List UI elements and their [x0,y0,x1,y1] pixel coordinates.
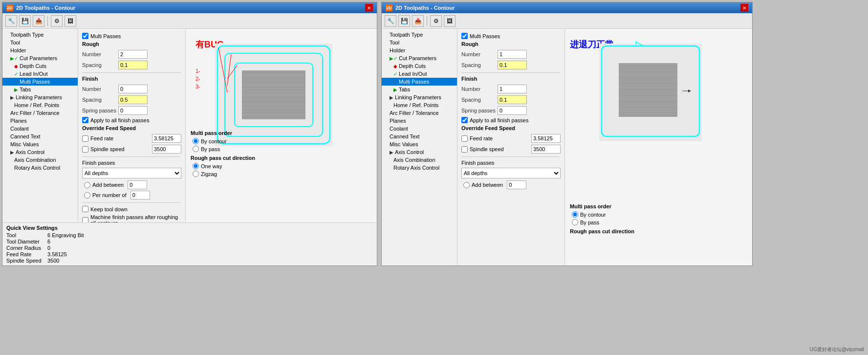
by-contour-radio-r[interactable] [572,211,578,218]
export-btn[interactable]: 📤 [33,15,44,27]
per-number-radio[interactable] [84,192,90,199]
finish-passes-label: Finish passes [82,160,115,166]
save-btn-r[interactable]: 💾 [398,15,410,27]
add-between-input[interactable] [128,180,147,189]
spring-passes-label: Spring passes [82,108,116,113]
finish-number-input-r[interactable] [498,85,527,93]
view-btn-r[interactable]: 🖼 [444,15,456,27]
by-pass-radio-r[interactable] [572,219,578,225]
spring-passes-input-r[interactable] [498,106,527,115]
machine-finish-label: Machine finish passes after roughing all… [90,214,181,222]
by-contour-radio[interactable] [193,138,199,144]
apply-finish-checkbox-r[interactable] [461,117,468,123]
tree-depth-cuts-right[interactable]: ◆ Depth Cuts [382,62,457,70]
window-title-right: 2D Toolpaths - Contour [395,5,455,11]
title-bar-left-content: 2D 2D Toolpaths - Contour [6,4,75,11]
feed-rate-checkbox-r[interactable] [461,135,468,142]
settings-btn[interactable]: ⚙ [51,15,63,27]
tree-rotary-right[interactable]: Rotary Axis Control [382,164,457,172]
tree-axis-left[interactable]: ▶ Axis Control [2,148,78,156]
tree-canned-left[interactable]: Canned Text [2,133,78,140]
by-pass-radio[interactable] [193,146,199,152]
finish-spacing-input[interactable] [118,95,148,104]
arrow1: 1- [195,68,200,74]
feed-rate-checkbox[interactable] [82,135,88,142]
tree-axis-combo-left[interactable]: Axis Combination [2,156,78,164]
tree-linking-right[interactable]: ▶ Linking Parameters [382,93,457,101]
tree-label: Arc Filter / Tolerance [390,110,439,116]
close-button-left[interactable]: ✕ [365,4,373,12]
finish-passes-select[interactable]: All depths [82,168,181,178]
spindle-checkbox[interactable] [82,146,88,153]
spindle-checkbox-r[interactable] [461,146,468,153]
view-btn[interactable]: 🖼 [65,15,76,27]
tool-icon-btn[interactable]: 🔧 [5,15,17,27]
machine-finish-checkbox[interactable] [82,217,88,223]
tree-arc-left[interactable]: Arc Filter / Tolerance [2,109,78,117]
rough-number-input-r[interactable] [498,50,527,59]
add-between-radio[interactable] [84,182,90,188]
tree-home-right[interactable]: Home / Ref. Points [382,101,457,109]
feed-rate-input-r[interactable] [531,134,561,143]
tree-tabs-left[interactable]: ▶ Tabs [2,86,78,93]
add-between-input-r[interactable] [507,180,526,189]
tree-canned-right[interactable]: Canned Text [382,133,457,140]
spindle-input-r[interactable] [531,145,561,154]
keep-tool-checkbox[interactable] [82,206,88,212]
rough-cut-dir-label: Rough pass cut direction [191,155,255,161]
multi-passes-checkbox[interactable] [82,33,88,39]
finish-spacing-input-r[interactable] [498,95,527,104]
tree-depth-cuts-left[interactable]: ◆ Depth Cuts [2,62,78,70]
tree-arc-right[interactable]: Arc Filter / Tolerance [382,109,457,117]
tree-panel-right: Toolpath Type Tool Holder ▶✓ Cut Paramet… [382,29,457,266]
tree-tool[interactable]: Tool [2,39,78,46]
tree-lead-inout-right[interactable]: ✓ Lead In/Out [382,70,457,78]
tool-icon-btn-r[interactable]: 🔧 [385,15,396,27]
tree-lead-inout-left[interactable]: ✓ Lead In/Out [2,70,78,78]
tree-home-left[interactable]: Home / Ref. Points [2,101,78,109]
add-between-radio-r[interactable] [463,182,470,188]
tree-multi-passes-right[interactable]: ✓ Multi Passes [382,78,457,86]
finish-number-input[interactable] [118,85,148,93]
rough-number-input[interactable] [118,50,148,59]
rough-spacing-input-r[interactable] [498,61,527,69]
apply-finish-checkbox[interactable] [82,117,88,123]
override-feed-title: Override Feed Speed [82,125,181,131]
settings-btn-r[interactable]: ⚙ [430,15,442,27]
tree-misc-left[interactable]: Misc Values [2,140,78,148]
tree-holder-r[interactable]: Holder [382,46,457,54]
spring-passes-input[interactable] [118,106,148,115]
tree-rotary-left[interactable]: Rotary Axis Control [2,164,78,172]
quick-view-left: Quick View Settings Tool 6 Engraving Bit… [2,222,377,266]
tree-holder[interactable]: Holder [2,46,78,54]
feed-rate-input[interactable] [152,134,181,143]
tree-toolpath-type[interactable]: Toolpath Type [2,31,78,39]
close-button-right[interactable]: ✕ [740,4,748,12]
app-icon-left: 2D [6,4,13,11]
tree-planes-right[interactable]: Planes [382,117,457,125]
tree-multi-passes-left[interactable]: ✓ Multi Passes [2,78,78,86]
export-btn-r[interactable]: 📤 [412,15,424,27]
tree-cut-params[interactable]: ▶✓ Cut Parameters [2,54,78,62]
tree-linking-left[interactable]: ▶ Linking Parameters [2,93,78,101]
apply-finish-label: Apply to all finish passes [90,117,149,123]
spindle-input[interactable] [152,145,181,154]
zigzag-radio[interactable] [193,171,199,177]
rough-spacing-input[interactable] [118,61,148,69]
one-way-radio[interactable] [193,163,199,169]
tree-axis-right[interactable]: ▶ Axis Control [382,148,457,156]
finish-passes-select-r[interactable]: All depths [461,168,561,178]
tree-tool-r[interactable]: Tool [382,39,457,46]
by-contour-row: By contour [193,138,255,144]
tree-tabs-right[interactable]: ▶ Tabs [382,86,457,93]
per-number-input[interactable] [130,191,150,200]
save-btn[interactable]: 💾 [19,15,31,27]
tree-coolant-left[interactable]: Coolant [2,125,78,133]
multi-passes-checkbox-r[interactable] [461,33,468,39]
tree-planes-left[interactable]: Planes [2,117,78,125]
tree-toolpath-type-r[interactable]: Toolpath Type [382,31,457,39]
tree-axis-combo-right[interactable]: Axis Combination [382,156,457,164]
tree-misc-right[interactable]: Misc Values [382,140,457,148]
tree-coolant-right[interactable]: Coolant [382,125,457,133]
tree-cut-params-r[interactable]: ▶✓ Cut Parameters [382,54,457,62]
